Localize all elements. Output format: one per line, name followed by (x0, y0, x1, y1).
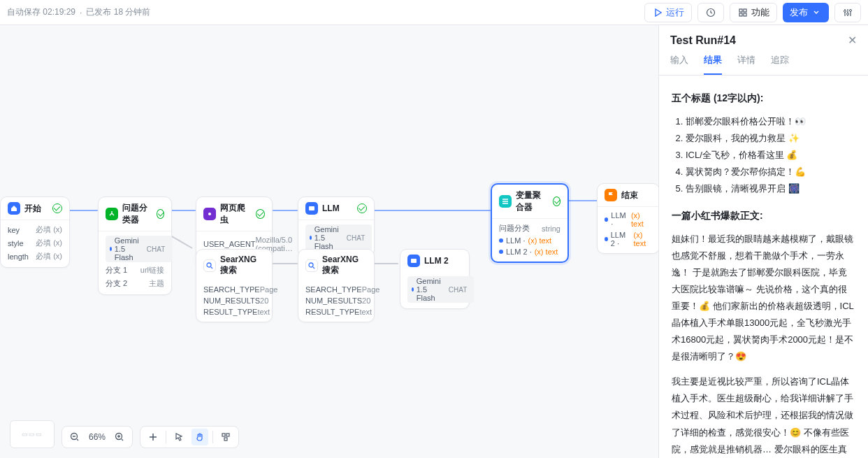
separator: · (80, 8, 82, 17)
svg-rect-1 (739, 9, 742, 12)
llm-icon (407, 255, 420, 267)
svg-rect-2 (744, 9, 746, 12)
search-icon (305, 259, 318, 272)
add-node-button[interactable] (145, 429, 161, 445)
zoom-level: 66% (87, 432, 107, 442)
svg-rect-12 (411, 259, 417, 263)
titles-list: 邯郸爱尔眼科价格公开啦！👀 爱尔眼科，我的视力救星 ✨ ICL/全飞秒，价格看这… (672, 113, 855, 197)
body-heading: 一篇小红书爆款正文: (672, 207, 855, 225)
features-label: 功能 (751, 6, 769, 19)
tab-detail[interactable]: 详情 (737, 54, 755, 75)
status-ok-icon (553, 196, 560, 206)
svg-point-8 (208, 213, 211, 215)
list-item: 爱尔眼科，我的视力救星 ✨ (686, 130, 855, 147)
hand-tool-button[interactable] (191, 429, 208, 445)
node-search-2[interactable]: SearXNG 搜索 SEARCH_TYPEPage NUM_RESULTS20… (298, 249, 375, 322)
branch-icon (106, 208, 118, 220)
features-button[interactable]: 功能 (730, 3, 777, 22)
tool-controls (140, 426, 239, 448)
svg-rect-9 (309, 206, 314, 210)
panel-title: Test Run#14 (670, 34, 736, 47)
publish-label: 发布 (790, 6, 808, 19)
svg-rect-16 (226, 434, 229, 436)
svg-rect-4 (744, 13, 746, 16)
svg-point-11 (309, 263, 313, 267)
workflow-canvas[interactable]: 开始 key必填 (x) style必填 (x) length必填 (x) 问题… (0, 25, 658, 458)
body-paragraph: 姐妹们！最近我的眼睛越来越模糊了，戴眼镜也感觉不舒服，想着干脆做个手术，一劳永逸… (672, 231, 855, 365)
node-title: SearXNG 搜索 (322, 255, 367, 276)
svg-point-6 (847, 13, 849, 15)
chevron-down-icon (811, 7, 822, 18)
minimap[interactable]: ▭▭▭ (10, 420, 55, 448)
layout-button[interactable] (217, 429, 234, 445)
model-tag: Gemini 1.5 Flash CHAT (305, 224, 372, 251)
list-item: 告别眼镜，清晰视界开启 🎆 (686, 180, 855, 197)
node-aggregator[interactable]: 变量聚合器 问题分类string LLM · (x) text LLM 2 · … (491, 183, 569, 263)
spider-icon (203, 208, 216, 220)
home-icon (8, 202, 20, 215)
top-bar: 自动保存 02:19:29 · 已发布 18 分钟前 运行 功能 发布 (0, 0, 868, 25)
flag-icon (605, 189, 617, 201)
svg-rect-3 (739, 13, 742, 16)
canvas-controls: ▭▭▭ 66% (10, 420, 239, 448)
node-title: SearXNG 搜索 (220, 255, 265, 276)
status-ok-icon (256, 209, 265, 219)
grid-icon (737, 7, 748, 18)
pointer-tool-button[interactable] (171, 429, 187, 445)
search-icon (203, 259, 216, 272)
node-llm[interactable]: LLM Gemini 1.5 Flash CHAT (298, 196, 375, 257)
published-ago: 已发布 18 分钟前 (86, 6, 150, 18)
result-panel: Test Run#14 ✕ 输入 结果 详情 追踪 五个标题 (12字以内): … (658, 25, 868, 458)
node-title: LLM (322, 203, 340, 213)
panel-tabs: 输入 结果 详情 追踪 (659, 47, 868, 76)
svg-rect-17 (224, 438, 227, 441)
aggregate-icon (499, 195, 512, 208)
svg-rect-15 (222, 434, 225, 436)
node-classifier[interactable]: 问题分类器 Gemini 1.5 Flash CHAT 分支 1url链接 分支… (98, 196, 172, 295)
tab-trace[interactable]: 追踪 (771, 54, 789, 75)
node-title: 开始 (24, 203, 41, 215)
run-button[interactable]: 运行 (644, 3, 692, 22)
list-item: 邯郸爱尔眼科价格公开啦！👀 (686, 113, 855, 130)
sliders-icon (842, 7, 853, 18)
zoom-out-button[interactable] (66, 429, 83, 445)
node-title: 变量聚合器 (516, 189, 549, 213)
zoom-in-button[interactable] (111, 429, 128, 445)
status-ok-icon (157, 209, 164, 219)
publish-button[interactable]: 发布 (783, 3, 829, 22)
node-title: 结束 (621, 189, 638, 201)
zoom-controls: 66% (62, 426, 133, 448)
run-label: 运行 (666, 6, 684, 19)
status-ok-icon (52, 203, 62, 213)
schedule-button[interactable] (697, 3, 724, 22)
autosave-time: 自动保存 02:19:29 (7, 6, 75, 18)
svg-point-7 (850, 9, 852, 11)
svg-point-10 (207, 263, 211, 267)
topbar-actions: 运行 功能 发布 (644, 3, 861, 22)
node-title: 问题分类器 (122, 202, 152, 226)
svg-point-5 (844, 10, 846, 12)
model-tag: Gemini 1.5 Flash CHAT (407, 276, 474, 303)
clock-icon (705, 7, 716, 18)
panel-body[interactable]: 五个标题 (12字以内): 邯郸爱尔眼科价格公开啦！👀 爱尔眼科，我的视力救星 … (659, 76, 868, 458)
node-llm-2[interactable]: LLM 2 Gemini 1.5 Flash CHAT (400, 249, 470, 309)
list-item: ICL/全飞秒，价格看这里 💰 (686, 147, 855, 164)
tab-result[interactable]: 结果 (704, 54, 722, 75)
node-search-1[interactable]: SearXNG 搜索 SEARCH_TYPEPage NUM_RESULTS20… (196, 249, 273, 322)
node-end[interactable]: 结束 LLM · (x) text LLM 2 · (x) text (597, 183, 658, 254)
llm-icon (305, 202, 318, 215)
node-title: LLM 2 (424, 256, 449, 266)
node-title: 网页爬虫 (220, 202, 252, 226)
model-tag: Gemini 1.5 Flash CHAT (106, 236, 172, 262)
status-ok-icon (357, 203, 367, 213)
autosave-status: 自动保存 02:19:29 · 已发布 18 分钟前 (7, 6, 150, 18)
settings-button[interactable] (834, 3, 861, 22)
play-icon (652, 7, 663, 18)
close-panel-button[interactable]: ✕ (848, 34, 857, 47)
node-start[interactable]: 开始 key必填 (x) style必填 (x) length必填 (x) (0, 196, 70, 268)
list-item: 翼状胬肉？爱尔帮你搞定！💪 (686, 164, 855, 180)
body-paragraph: 我主要是近视比较严重，所以咨询了ICL晶体植入手术。医生超级耐心，给我详细讲解了… (672, 373, 855, 458)
tab-input[interactable]: 输入 (670, 54, 688, 75)
titles-heading: 五个标题 (12字以内): (672, 90, 855, 108)
